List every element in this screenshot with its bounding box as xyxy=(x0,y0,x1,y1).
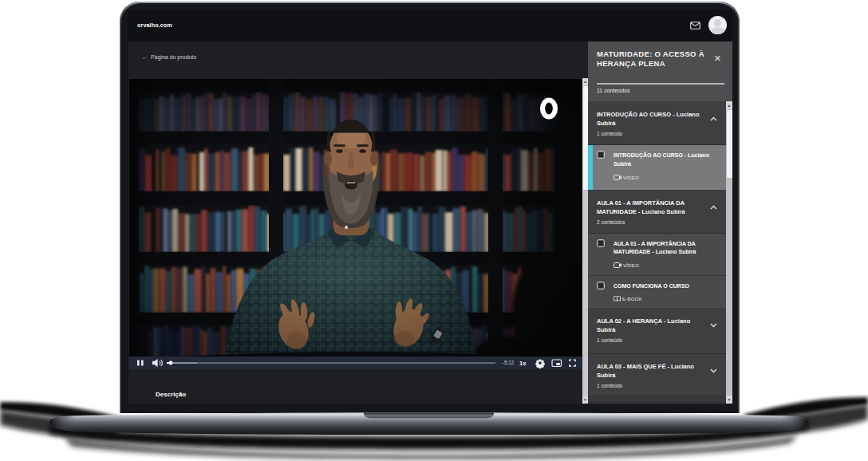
svg-text:-5:12: -5:12 xyxy=(503,360,515,365)
svg-text:1x: 1x xyxy=(519,360,527,367)
